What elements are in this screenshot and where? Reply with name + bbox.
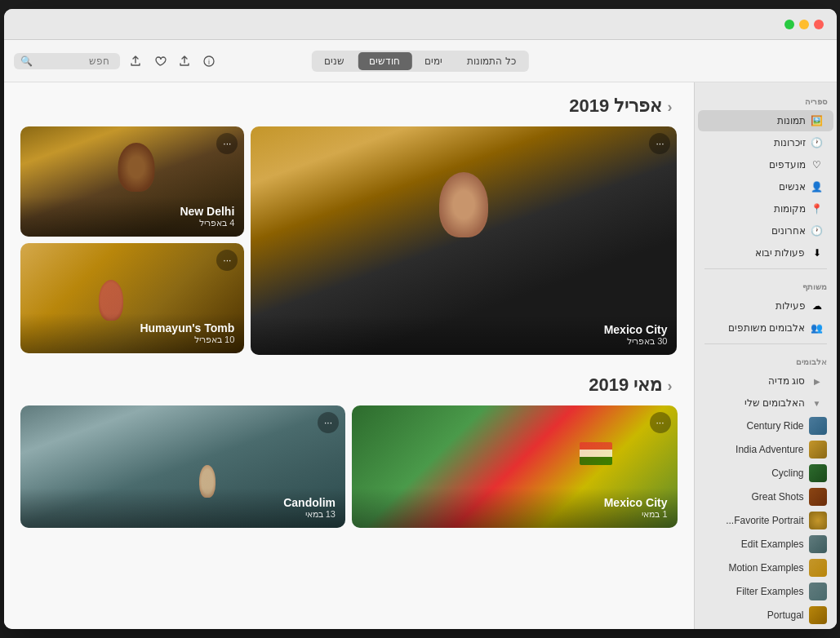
favorites-icon: ♡ [811,158,824,171]
album-portrait-thumb [809,512,827,529]
mexico-may-title: Mexico City [362,496,668,509]
sidebar-shared-albums-label: אלבומים משותפים [728,322,805,334]
album-edit-examples[interactable]: Edit Examples [698,533,833,556]
titlebar [4,9,837,40]
sidebar-item-my-albums[interactable]: האלבומים שלי ▼ [698,392,833,414]
shared-section-label: משותף [695,274,837,295]
album-portugal[interactable]: Portugal [698,604,833,627]
album-century-ride[interactable]: Century Ride [698,414,833,437]
favorite-button[interactable] [151,52,169,70]
seg-months[interactable]: חודשים [358,52,411,70]
people-icon: 👤 [811,180,824,193]
photos-icon: 🖼️ [811,114,824,127]
share-button[interactable] [127,52,144,70]
may-header: ‹ מאי 2019 [20,374,678,396]
toolbar: 🔍 i [4,40,837,82]
humayun-title: Humayun's Tomb [30,321,235,335]
main-area: ‹ אפריל 2019 ··· New Delhi 4 באפריל [4,82,837,629]
seg-days[interactable]: ימים [413,52,454,70]
sidebar-item-people[interactable]: אנשים 👤 [698,176,833,197]
album-cycling[interactable]: Cycling [698,462,833,485]
sidebar-import-label: פעולות יבוא [755,247,805,259]
activity-icon: ☁ [811,299,824,312]
album-great-shots-label: Great Shots [704,491,804,503]
album-morocco[interactable]: Morocco [698,627,833,629]
mexico-april-subtitle: 30 באפריל [260,336,667,347]
new-delhi-subtitle: 4 באפריל [30,218,235,228]
media-type-expand-icon[interactable]: ▶ [811,374,824,388]
album-favorite-portrait-label: ...Favorite Portrait [704,515,804,526]
new-delhi-overlay: New Delhi 4 באפריל [20,197,245,237]
sidebar-photos-label: תמונות [777,115,806,126]
album-favorite-portrait[interactable]: ...Favorite Portrait [698,509,833,532]
sidebar-memories-label: זיכרונות [774,137,806,148]
mexico-april-dots[interactable]: ··· [649,133,670,154]
new-delhi-dots[interactable]: ··· [216,133,238,154]
april-chevron[interactable]: ‹ [668,99,673,115]
search-box[interactable]: 🔍 [14,53,120,69]
sidebar-places-label: מקומות [774,203,806,215]
april-left-col: ··· New Delhi 4 באפריל ··· [20,126,245,355]
album-india-adventure[interactable]: India Adventure [698,438,833,461]
candolim-overlay: Candolim 13 במאי [20,488,346,528]
album-edit-label: Edit Examples [704,538,804,550]
album-motion-examples[interactable]: Motion Examples [698,556,833,579]
sidebar-item-photos[interactable]: תמונות 🖼️ [698,110,833,131]
sidebar-item-media-type[interactable]: סוג מדיה ▶ [698,370,833,392]
humayun-subtitle: 10 באפריל [30,335,235,345]
close-button[interactable] [814,20,824,29]
candolim-subtitle: 13 במאי [30,509,336,520]
share-button2[interactable] [176,52,193,70]
memories-icon: 🕐 [811,136,824,149]
album-edit-thumb [809,535,827,553]
sidebar-item-shared-albums[interactable]: אלבומים משותפים 👥 [698,317,833,339]
album-cycling-label: Cycling [704,467,804,479]
album-century-thumb [809,417,827,435]
mexico-may-subtitle: 1 במאי [362,509,668,520]
may-section: ‹ מאי 2019 ··· Candolim 13 במאי [20,374,678,528]
search-input[interactable] [36,55,109,67]
my-albums-expand-icon[interactable]: ▼ [811,397,824,410]
album-filter-thumb [809,583,827,600]
humayun-dots[interactable]: ··· [216,250,238,271]
april-heading: אפריל 2019 [569,95,662,116]
sidebar-favorites-label: מועדפים [769,159,806,171]
sidebar-media-type-label: סוג מדיה [768,375,805,387]
maximize-button[interactable] [784,20,794,29]
info-button[interactable]: i [200,52,218,70]
sidebar-item-memories[interactable]: זיכרונות 🕐 [698,132,833,153]
photo-humayun[interactable]: ··· Humayun's Tomb 10 באפריל [20,243,245,353]
seg-years[interactable]: שנים [313,52,356,70]
sidebar-item-import[interactable]: פעולות יבוא ⬇ [698,242,833,264]
candolim-dots[interactable]: ··· [318,412,339,433]
toolbar-left: 🔍 i [14,52,218,70]
album-filter-examples[interactable]: Filter Examples [698,580,833,603]
sidebar-item-recent[interactable]: אחרונים 🕐 [698,220,833,241]
minimize-button[interactable] [799,20,809,29]
sidebar-item-favorites[interactable]: מועדפים ♡ [698,154,833,175]
content-area[interactable]: ‹ אפריל 2019 ··· New Delhi 4 באפריל [4,82,694,629]
mexico-may-dots[interactable]: ··· [650,412,671,433]
sidebar: ספריה תמונות 🖼️ זיכרונות 🕐 מועדפים ♡ אנש… [694,82,837,629]
may-grid: ··· Candolim 13 במאי ··· Mexico Cit [20,405,678,528]
seg-all[interactable]: כל התמונות [456,52,527,70]
sidebar-divider-1 [704,268,827,269]
april-grid: ··· New Delhi 4 באפריל ··· [20,126,678,355]
album-filter-label: Filter Examples [704,586,804,597]
photo-mexico-city-may[interactable]: ··· Mexico City 1 במאי [352,405,678,528]
photo-candolim[interactable]: ··· Candolim 13 במאי [20,405,346,528]
album-cycling-thumb [809,464,827,482]
sidebar-my-albums-label: האלבומים שלי [744,397,805,409]
april-section: ‹ אפריל 2019 ··· New Delhi 4 באפריל [20,95,678,355]
sidebar-item-places[interactable]: מקומות 📍 [698,198,833,219]
photo-new-delhi[interactable]: ··· New Delhi 4 באפריל [20,126,245,237]
may-chevron[interactable]: ‹ [668,378,673,394]
shared-albums-icon: 👥 [811,321,824,335]
photo-mexico-city-april[interactable]: ··· Mexico City 30 באפריל [251,126,677,355]
album-great-shots[interactable]: Great Shots [698,485,833,508]
mexico-may-overlay: Mexico City 1 במאי [352,488,678,528]
sidebar-item-activity[interactable]: פעילות ☁ [698,295,833,317]
album-motion-label: Motion Examples [704,562,804,574]
traffic-lights [784,20,824,29]
sidebar-divider-2 [704,343,827,344]
